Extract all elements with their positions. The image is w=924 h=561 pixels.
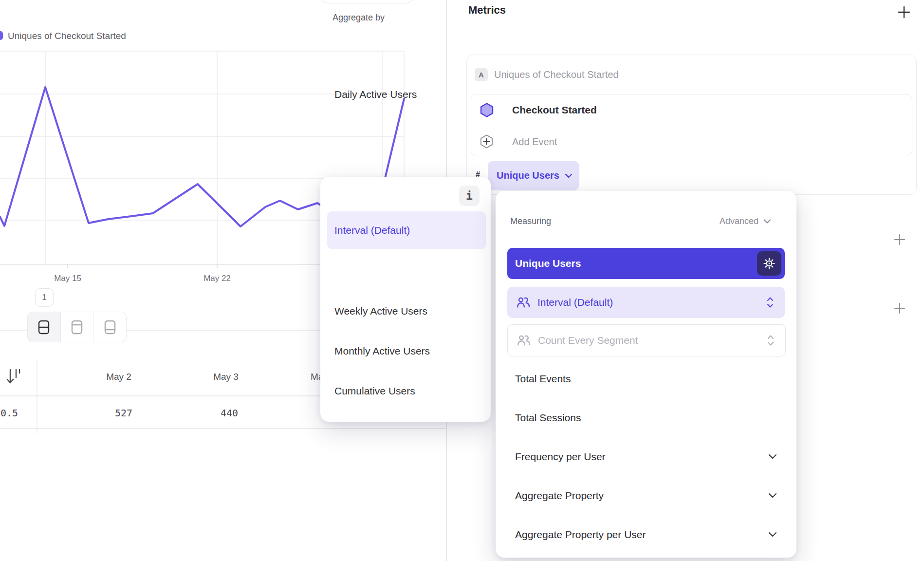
table-row-label: 0.5 xyxy=(0,407,18,419)
chevron-down-icon[interactable] xyxy=(768,453,777,460)
segmentation-selector[interactable]: Interval (Default) xyxy=(507,287,785,318)
people-icon xyxy=(516,297,531,309)
metric-card-title[interactable]: Uniques of Checkout Started xyxy=(494,69,619,80)
add-filter-icon[interactable] xyxy=(894,234,906,245)
menu-item[interactable]: Weekly Active Users xyxy=(334,305,427,317)
aggregate-menu-title: Aggregate by xyxy=(333,13,385,23)
advanced-label: Advanced xyxy=(720,216,758,226)
chevron-down-icon xyxy=(564,173,573,179)
segmentation-label: Interval (Default) xyxy=(537,297,613,308)
measuring-option[interactable]: Total Events xyxy=(515,373,571,385)
measuring-option-expandable[interactable]: Frequency per User xyxy=(515,451,606,463)
info-icon-glyph: i xyxy=(466,189,473,202)
table-column-divider xyxy=(37,359,37,433)
add-metric-icon[interactable] xyxy=(897,5,911,19)
measuring-option[interactable]: Total Sessions xyxy=(515,412,581,424)
table-col-header[interactable]: May 3 xyxy=(187,372,265,382)
people-icon xyxy=(517,335,531,347)
x-tick-label: May 22 xyxy=(195,274,239,283)
layout-toggle-group xyxy=(27,312,127,342)
gear-button[interactable] xyxy=(757,251,781,276)
menu-item[interactable]: Monthly Active Users xyxy=(334,345,430,357)
sort-icon[interactable] xyxy=(6,368,21,385)
metric-letter-badge: A xyxy=(475,68,488,81)
gear-icon xyxy=(763,257,776,270)
add-event-hexagon-icon[interactable] xyxy=(480,134,494,149)
add-breakdown-icon[interactable] xyxy=(894,302,906,314)
measuring-option-selected[interactable]: Unique Users xyxy=(507,248,785,279)
x-tick-label: May 15 xyxy=(46,274,90,283)
measurement-chip-label: Unique Users xyxy=(497,170,559,181)
measuring-menu: Measuring Advanced Unique Users Interval… xyxy=(496,191,796,558)
menu-item-selected[interactable]: Interval (Default) xyxy=(327,211,486,249)
table-col-header[interactable]: May 2 xyxy=(80,372,158,382)
series-page-label: 1 xyxy=(42,293,46,302)
chevron-down-icon[interactable] xyxy=(768,492,777,499)
layout-toggle-split[interactable] xyxy=(28,312,61,342)
chevron-down-icon[interactable] xyxy=(768,531,777,538)
measuring-option-label: Unique Users xyxy=(515,258,581,269)
menu-item[interactable]: Daily Active Users xyxy=(334,89,417,100)
chevron-down-icon xyxy=(763,219,771,224)
menu-item-label: Interval (Default) xyxy=(334,224,410,236)
table-bottom-divider xyxy=(0,428,446,429)
event-hexagon-icon xyxy=(480,103,494,117)
add-event-label[interactable]: Add Event xyxy=(512,136,557,148)
aggregate-by-menu: Aggregate by i Interval (Default) Daily … xyxy=(320,177,491,422)
measuring-option-expandable[interactable]: Aggregate Property per User xyxy=(515,529,646,541)
layout-toggle-top[interactable] xyxy=(61,312,94,342)
measurement-chip[interactable]: Unique Users xyxy=(488,161,579,190)
up-down-chevrons-icon xyxy=(766,296,774,309)
measuring-option-expandable[interactable]: Aggregate Property xyxy=(515,490,604,502)
table-cell[interactable]: 527 xyxy=(94,407,153,419)
advanced-toggle[interactable]: Advanced xyxy=(720,216,771,226)
event-name[interactable]: Checkout Started xyxy=(512,104,597,116)
rows-split-icon xyxy=(38,320,50,335)
series-page-button[interactable]: 1 xyxy=(35,288,54,307)
header-top-icon xyxy=(71,320,83,335)
segmentation-disabled-label: Count Every Segment xyxy=(538,335,638,346)
info-icon[interactable]: i xyxy=(459,186,480,206)
app-screen: { "legend": { "label": "Uniques of Check… xyxy=(0,0,924,561)
measuring-title: Measuring xyxy=(510,216,551,226)
metrics-panel-title: Metrics xyxy=(468,4,506,17)
event-card: Checkout Started Add Event xyxy=(471,94,912,156)
layout-toggle-bottom[interactable] xyxy=(93,312,126,342)
segmentation-selector-disabled[interactable]: Count Every Segment xyxy=(507,324,786,356)
table-cell[interactable]: 440 xyxy=(200,407,259,419)
footer-bottom-icon xyxy=(104,320,116,335)
menu-item[interactable]: Cumulative Users xyxy=(334,385,415,397)
up-down-chevrons-icon xyxy=(767,334,775,347)
